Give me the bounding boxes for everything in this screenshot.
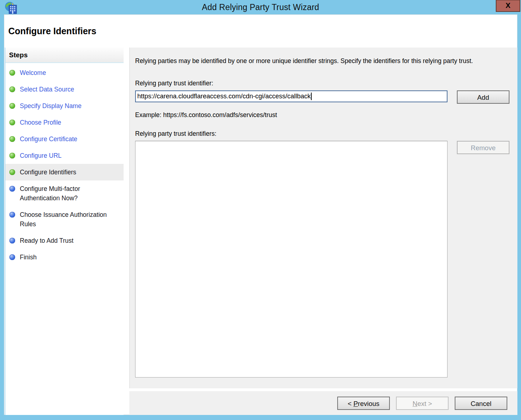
step-status-dot: [9, 136, 15, 142]
main-panel: Relying parties may be identified by one…: [129, 48, 517, 388]
step-status-dot: [9, 212, 15, 218]
wizard-window: Add Relying Party Trust Wizard X Configu…: [0, 0, 521, 420]
sidebar-item-select-data-source[interactable]: Select Data Source: [5, 81, 124, 98]
step-label: Configure Identifiers: [20, 169, 76, 176]
step-label: Configure Certificate: [20, 135, 77, 143]
step-label: Specify Display Name: [20, 102, 81, 110]
identifiers-list-label: Relying party trust identifiers:: [135, 130, 509, 138]
step-label: Configure Multi-factor Authentication No…: [20, 185, 80, 202]
page-header: Configure Identifiers: [4, 14, 517, 48]
example-text: Example: https://fs.contoso.com/adfs/ser…: [135, 111, 509, 119]
page-title: Configure Identifiers: [8, 26, 96, 36]
step-status-dot: [9, 70, 15, 76]
sidebar-item-finish: Finish: [5, 249, 124, 265]
step-status-dot: [9, 86, 15, 92]
title-bar: Add Relying Party Trust Wizard X: [0, 0, 521, 14]
remove-button[interactable]: Remove: [457, 141, 509, 154]
step-status-dot: [9, 186, 15, 192]
step-label: Choose Issuance Authorization Rules: [20, 211, 107, 228]
step-label: Select Data Source: [20, 86, 74, 93]
cancel-button[interactable]: Cancel: [455, 397, 507, 410]
identifier-input[interactable]: https://carena.cloudflareaccess.com/cdn-…: [135, 90, 447, 102]
adfs-wizard-icon: [4, 1, 18, 15]
sidebar-item-ready-to-add-trust: Ready to Add Trust: [5, 232, 124, 249]
description-text: Relying parties may be identified by one…: [135, 56, 506, 66]
step-status-dot: [9, 238, 15, 243]
identifiers-listbox[interactable]: [135, 141, 447, 377]
step-status-dot: [9, 103, 15, 109]
previous-button[interactable]: < Previous: [337, 397, 390, 410]
steps-sidebar: Steps WelcomeSelect Data SourceSpecify D…: [5, 48, 124, 415]
steps-list: WelcomeSelect Data SourceSpecify Display…: [5, 64, 124, 265]
wizard-body: Configure Identifiers Steps WelcomeSelec…: [4, 14, 517, 415]
step-status-dot: [9, 153, 15, 158]
next-button[interactable]: Next >: [396, 397, 449, 410]
sidebar-item-choose-profile[interactable]: Choose Profile: [5, 114, 124, 131]
step-label: Configure URL: [20, 152, 62, 159]
identifier-field-label: Relying party trust identifier:: [135, 80, 509, 87]
sidebar-item-configure-certificate[interactable]: Configure Certificate: [5, 131, 124, 147]
sidebar-item-configure-identifiers: Configure Identifiers: [5, 164, 124, 180]
sidebar-item-specify-display-name[interactable]: Specify Display Name: [5, 98, 124, 114]
step-label: Finish: [20, 254, 37, 261]
step-label: Choose Profile: [20, 119, 61, 126]
step-status-dot: [9, 169, 15, 175]
text-caret: [311, 93, 312, 100]
step-label: Welcome: [20, 69, 46, 76]
step-status-dot: [9, 120, 15, 125]
close-button[interactable]: X: [496, 0, 520, 12]
add-button[interactable]: Add: [457, 90, 509, 104]
step-status-dot: [9, 254, 15, 260]
sidebar-item-configure-multi-factor-authentication-now: Configure Multi-factor Authentication No…: [5, 180, 124, 206]
footer-button-bar: < PreviousNext >Cancel: [129, 391, 517, 415]
step-label: Ready to Add Trust: [20, 237, 74, 244]
sidebar-item-configure-url[interactable]: Configure URL: [5, 147, 124, 164]
window-title: Add Relying Party Trust Wizard: [0, 3, 521, 12]
steps-heading: Steps: [5, 48, 124, 63]
sidebar-item-choose-issuance-authorization-rules: Choose Issuance Authorization Rules: [5, 206, 124, 232]
identifier-input-value: https://carena.cloudflareaccess.com/cdn-…: [137, 93, 311, 100]
sidebar-item-welcome[interactable]: Welcome: [5, 64, 124, 81]
